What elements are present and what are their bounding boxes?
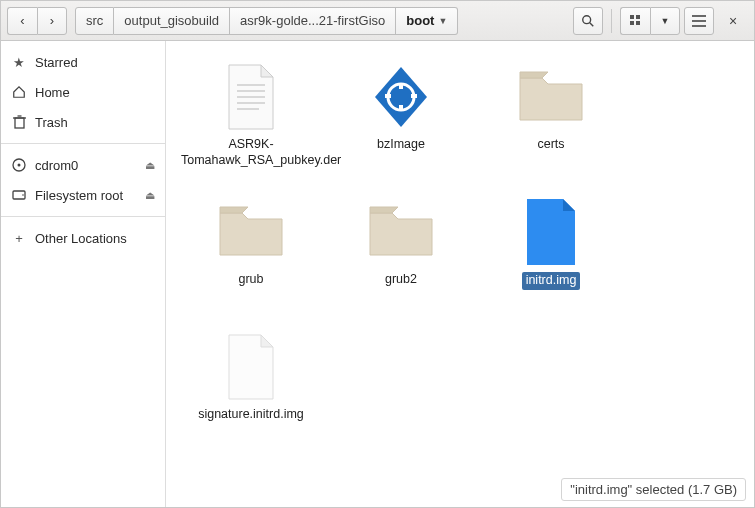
folder-item[interactable]: grub — [176, 196, 326, 331]
svg-rect-24 — [411, 94, 417, 98]
star-icon: ★ — [11, 54, 27, 70]
disc-icon — [11, 157, 27, 173]
close-icon: × — [729, 13, 737, 29]
right-controls: ▼ × — [620, 7, 748, 35]
file-label: initrd.img — [522, 272, 581, 290]
file-item[interactable]: ASR9K-Tomahawk_RSA_pubkey.der — [176, 61, 326, 196]
svg-rect-2 — [630, 15, 634, 19]
forward-button[interactable]: › — [37, 7, 67, 35]
sidebar-item-home[interactable]: Home — [1, 77, 165, 107]
path-seg-2[interactable]: asr9k-golde...21-firstGiso — [230, 7, 396, 35]
path-label: boot — [406, 13, 434, 28]
icon-grid: ASR9K-Tomahawk_RSA_pubkey.der bzImage ce… — [166, 41, 754, 486]
sidebar-separator — [1, 143, 165, 144]
svg-point-15 — [22, 194, 24, 196]
svg-rect-9 — [15, 118, 24, 128]
path-seg-0[interactable]: src — [75, 7, 114, 35]
file-label: bzImage — [377, 137, 425, 153]
sidebar-label: Filesystem root — [35, 188, 123, 203]
eject-icon[interactable]: ⏏ — [145, 159, 155, 172]
search-icon — [581, 14, 595, 28]
file-item[interactable]: signature.initrd.img — [176, 331, 326, 466]
image-file-icon — [515, 196, 587, 268]
chevron-left-icon: ‹ — [20, 13, 24, 28]
svg-rect-5 — [636, 21, 640, 25]
chevron-right-icon: › — [50, 13, 54, 28]
sidebar-label: Home — [35, 85, 70, 100]
svg-rect-26 — [385, 94, 391, 98]
home-icon — [11, 84, 27, 100]
path-seg-1[interactable]: output_gisobuild — [114, 7, 230, 35]
plus-icon: + — [11, 230, 27, 246]
view-dropdown-button[interactable]: ▼ — [650, 7, 680, 35]
sidebar-separator — [1, 216, 165, 217]
file-item[interactable]: bzImage — [326, 61, 476, 196]
hamburger-button[interactable] — [684, 7, 714, 35]
sidebar-item-cdrom[interactable]: cdrom0 ⏏ — [1, 150, 165, 180]
svg-point-13 — [18, 164, 21, 167]
path-label: src — [86, 13, 103, 28]
hamburger-icon — [692, 15, 706, 27]
status-bar: "initrd.img" selected (1.7 GB) — [561, 478, 746, 501]
file-item-selected[interactable]: initrd.img — [476, 196, 626, 331]
file-label: grub — [238, 272, 263, 288]
status-text: "initrd.img" selected (1.7 GB) — [570, 482, 737, 497]
folder-icon — [515, 61, 587, 133]
sidebar-label: Starred — [35, 55, 78, 70]
chevron-down-icon: ▼ — [661, 16, 670, 26]
file-view[interactable]: ASR9K-Tomahawk_RSA_pubkey.der bzImage ce… — [166, 41, 754, 507]
binary-file-icon — [365, 61, 437, 133]
blank-file-icon — [215, 331, 287, 403]
path-seg-3[interactable]: boot▼ — [396, 7, 458, 35]
back-button[interactable]: ‹ — [7, 7, 37, 35]
drive-icon — [11, 187, 27, 203]
sidebar-item-filesystem-root[interactable]: Filesystem root ⏏ — [1, 180, 165, 210]
folder-icon — [365, 196, 437, 268]
svg-line-1 — [590, 22, 594, 26]
file-label: certs — [537, 137, 564, 153]
file-label: signature.initrd.img — [198, 407, 304, 423]
trash-icon — [11, 114, 27, 130]
path-bar: src output_gisobuild asr9k-golde...21-fi… — [75, 7, 565, 35]
svg-rect-4 — [630, 21, 634, 25]
sidebar: ★ Starred Home Trash cdrom0 ⏏ Filesystem… — [1, 41, 166, 507]
view-icons-button[interactable] — [620, 7, 650, 35]
toolbar: ‹ › src output_gisobuild asr9k-golde...2… — [1, 1, 754, 41]
svg-marker-21 — [375, 67, 427, 127]
grid-icon — [630, 15, 642, 27]
main: ★ Starred Home Trash cdrom0 ⏏ Filesystem… — [1, 41, 754, 507]
text-file-icon — [215, 61, 287, 133]
chevron-down-icon: ▼ — [438, 16, 447, 26]
path-label: asr9k-golde...21-firstGiso — [240, 13, 385, 28]
file-label: ASR9K-Tomahawk_RSA_pubkey.der — [181, 137, 321, 168]
sidebar-label: cdrom0 — [35, 158, 78, 173]
file-label: grub2 — [385, 272, 417, 288]
svg-rect-3 — [636, 15, 640, 19]
svg-point-0 — [583, 15, 591, 23]
close-button[interactable]: × — [718, 7, 748, 35]
sidebar-label: Other Locations — [35, 231, 127, 246]
toolbar-divider — [611, 9, 612, 33]
sidebar-item-starred[interactable]: ★ Starred — [1, 47, 165, 77]
folder-item[interactable]: certs — [476, 61, 626, 196]
nav-buttons: ‹ › — [7, 7, 67, 35]
folder-item[interactable]: grub2 — [326, 196, 476, 331]
sidebar-item-other-locations[interactable]: + Other Locations — [1, 223, 165, 253]
sidebar-item-trash[interactable]: Trash — [1, 107, 165, 137]
svg-rect-25 — [399, 105, 403, 111]
search-button[interactable] — [573, 7, 603, 35]
sidebar-label: Trash — [35, 115, 68, 130]
path-label: output_gisobuild — [124, 13, 219, 28]
eject-icon[interactable]: ⏏ — [145, 189, 155, 202]
folder-icon — [215, 196, 287, 268]
svg-rect-23 — [399, 83, 403, 89]
